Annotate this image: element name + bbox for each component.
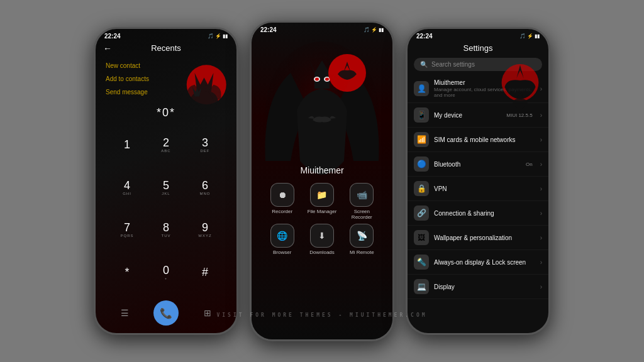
settings-item-display[interactable]: 💻 Display › bbox=[408, 275, 548, 299]
key-1[interactable]: 1 bbox=[108, 124, 146, 166]
key-3[interactable]: 3DEF bbox=[186, 124, 224, 166]
phone3: 22:24 🎵 ⚡ ▮▮ Settings 🔍 Search settings … bbox=[406, 27, 550, 335]
phone3-status-bar: 22:24 🎵 ⚡ ▮▮ bbox=[408, 29, 548, 41]
key-4[interactable]: 4GHI bbox=[108, 167, 146, 209]
phone2-icons: 🎵 ⚡ ▮▮ bbox=[364, 27, 384, 33]
settings-wallpaper-arrow: › bbox=[540, 234, 542, 241]
app-mi-remote-label: Mi Remote bbox=[350, 250, 374, 255]
settings-sim-arrow: › bbox=[540, 136, 542, 143]
settings-connection-icon: 🔗 bbox=[414, 206, 429, 221]
settings-device-text: My device bbox=[434, 112, 501, 119]
phone2-screen: 22:24 🎵 ⚡ ▮▮ bbox=[252, 23, 392, 339]
phone3-title: Settings bbox=[408, 41, 548, 57]
settings-connection-arrow: › bbox=[540, 210, 542, 217]
app-screen-recorder[interactable]: 📹 Screen Recorder bbox=[344, 183, 380, 220]
settings-bluetooth-icon: 🔵 bbox=[414, 156, 429, 172]
app-recorder[interactable]: ⏺ Recorder bbox=[264, 183, 300, 220]
settings-vpn-arrow: › bbox=[540, 185, 542, 192]
app-downloads[interactable]: ⬇ Downloads bbox=[304, 224, 340, 255]
settings-item-wallpaper[interactable]: 🖼 Wallpaper & personalization › bbox=[408, 226, 548, 250]
app-browser-label: Browser bbox=[273, 250, 291, 255]
phone1-header: ← Recents bbox=[96, 41, 236, 57]
key-star[interactable]: * bbox=[108, 252, 146, 293]
app-screen-recorder-label: Screen Recorder bbox=[344, 209, 380, 220]
settings-bluetooth-arrow: › bbox=[540, 161, 542, 168]
settings-device-icon: 📱 bbox=[414, 107, 429, 123]
phone1-icons: 🎵 ⚡ ▮▮ bbox=[208, 33, 228, 39]
settings-sim-text: SIM cards & mobile networks bbox=[434, 136, 535, 143]
app-downloads-label: Downloads bbox=[309, 250, 335, 255]
phone1-time: 22:24 bbox=[104, 33, 121, 40]
app-downloads-icon: ⬇ bbox=[310, 224, 334, 248]
phone1-back-icon[interactable]: ← bbox=[103, 43, 112, 53]
settings-display-icon: 💻 bbox=[414, 279, 429, 294]
settings-vpn-icon: 🔒 bbox=[414, 181, 429, 196]
app-mi-remote-icon: 📡 bbox=[350, 224, 374, 248]
phone3-time: 22:24 bbox=[416, 33, 433, 40]
phone1-bottom-bar: ☰ 📞 ⊞ bbox=[96, 295, 236, 333]
settings-item-sim[interactable]: 📶 SIM cards & mobile networks › bbox=[408, 128, 548, 152]
phone1-call-button[interactable]: 📞 bbox=[153, 300, 179, 326]
app-recorder-label: Recorder bbox=[272, 209, 292, 214]
key-8[interactable]: 8TUV bbox=[147, 209, 185, 251]
phone1-status-bar: 22:24 🎵 ⚡ ▮▮ bbox=[96, 29, 236, 41]
settings-aod-title: Always-on display & Lock screen bbox=[434, 259, 535, 266]
app-file-manager-icon: 📁 bbox=[310, 183, 334, 207]
phone1-menu-icon[interactable]: ☰ bbox=[121, 308, 129, 318]
settings-wallpaper-title: Wallpaper & personalization bbox=[434, 234, 535, 241]
app-mi-remote[interactable]: 📡 Mi Remote bbox=[344, 224, 380, 255]
svg-point-10 bbox=[325, 78, 329, 81]
key-5[interactable]: 5JKL bbox=[147, 167, 185, 209]
app-browser[interactable]: 🌐 Browser bbox=[264, 224, 300, 255]
phone1-contact-section: New contact Add to contacts Send message bbox=[96, 57, 236, 101]
settings-aod-arrow: › bbox=[540, 259, 542, 266]
settings-vpn-text: VPN bbox=[434, 185, 535, 192]
settings-sim-title: SIM cards & mobile networks bbox=[434, 136, 535, 143]
settings-bluetooth-title: Bluetooth bbox=[434, 161, 521, 168]
settings-bluetooth-toggle: On bbox=[526, 162, 533, 167]
phone2: 22:24 🎵 ⚡ ▮▮ bbox=[250, 21, 394, 341]
app-file-manager-label: File Manager bbox=[308, 209, 337, 214]
phone2-apps-grid: ⏺ Recorder 📁 File Manager 📹 Screen Recor… bbox=[252, 178, 392, 260]
settings-item-connection[interactable]: 🔗 Connection & sharing › bbox=[408, 201, 548, 226]
settings-item-bluetooth[interactable]: 🔵 Bluetooth On › bbox=[408, 152, 548, 177]
phone3-screen: 22:24 🎵 ⚡ ▮▮ Settings 🔍 Search settings … bbox=[408, 29, 548, 333]
phone2-status-bar: 22:24 🎵 ⚡ ▮▮ bbox=[252, 23, 392, 35]
settings-display-text: Display bbox=[434, 283, 535, 290]
phone3-icons: 🎵 ⚡ ▮▮ bbox=[519, 33, 540, 39]
phone1: 22:24 🎵 ⚡ ▮▮ ← Recents New contact Add t… bbox=[94, 27, 238, 335]
settings-vpn-title: VPN bbox=[434, 185, 535, 192]
phone1-screen: 22:24 🎵 ⚡ ▮▮ ← Recents New contact Add t… bbox=[96, 29, 236, 333]
settings-item-aod[interactable]: 🔦 Always-on display & Lock screen › bbox=[408, 250, 548, 275]
settings-connection-text: Connection & sharing bbox=[434, 210, 535, 217]
phone2-time: 22:24 bbox=[260, 26, 277, 33]
settings-bluetooth-text: Bluetooth bbox=[434, 161, 521, 168]
batman-logo-red-p3 bbox=[498, 60, 542, 114]
app-file-manager[interactable]: 📁 File Manager bbox=[304, 183, 340, 220]
app-recorder-icon: ⏺ bbox=[270, 183, 294, 207]
phones-container: 22:24 🎵 ⚡ ▮▮ ← Recents New contact Add t… bbox=[94, 21, 550, 341]
phone1-send-message[interactable]: Send message bbox=[106, 85, 226, 99]
key-7[interactable]: 7PQRS bbox=[108, 209, 146, 251]
svg-point-9 bbox=[315, 78, 319, 81]
phone1-new-contact[interactable]: New contact bbox=[106, 59, 226, 72]
settings-item-vpn[interactable]: 🔒 VPN › bbox=[408, 177, 548, 201]
app-screen-recorder-icon: 📹 bbox=[350, 183, 374, 207]
key-hash[interactable]: # bbox=[186, 252, 224, 293]
settings-wallpaper-text: Wallpaper & personalization bbox=[434, 234, 535, 241]
settings-connection-title: Connection & sharing bbox=[434, 210, 535, 217]
phone1-add-contact[interactable]: Add to contacts bbox=[106, 72, 226, 85]
key-2[interactable]: 2ABC bbox=[147, 124, 185, 166]
phone1-keypad: 1 2ABC 3DEF 4GHI 5JKL 6MNO 7PQRS 8TUV 9W… bbox=[96, 122, 236, 295]
key-0[interactable]: 0+ bbox=[147, 252, 185, 293]
phone2-user-name: Miuithemer bbox=[252, 160, 392, 178]
phone3-search-text: Search settings bbox=[431, 61, 475, 68]
settings-aod-icon: 🔦 bbox=[414, 255, 429, 270]
search-icon: 🔍 bbox=[420, 61, 428, 68]
settings-miuithemer-icon: 👤 bbox=[414, 81, 429, 96]
key-9[interactable]: 9WXYZ bbox=[186, 209, 224, 251]
phone1-keypad-icon[interactable]: ⊞ bbox=[204, 308, 211, 318]
settings-device-title: My device bbox=[434, 112, 501, 119]
key-6[interactable]: 6MNO bbox=[186, 167, 224, 209]
phone1-title: Recents bbox=[151, 43, 181, 53]
